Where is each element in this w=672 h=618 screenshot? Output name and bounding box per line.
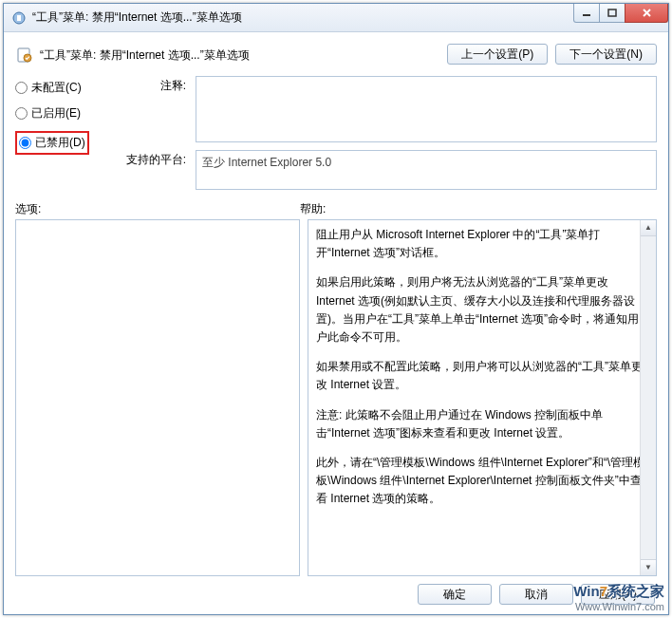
svg-rect-3 — [608, 9, 616, 16]
comment-label: 注释: — [120, 76, 186, 94]
window-title: “工具”菜单: 禁用“Internet 选项...”菜单选项 — [32, 9, 574, 26]
radio-not-configured-input[interactable] — [15, 82, 28, 94]
previous-setting-button[interactable]: 上一个设置(P) — [447, 44, 548, 65]
policy-icon — [15, 46, 34, 65]
dialog-footer: 确定 取消 应用(A) — [15, 576, 657, 607]
apply-button[interactable]: 应用(A) — [581, 584, 655, 605]
scroll-up-icon[interactable]: ▲ — [641, 220, 656, 236]
radio-disabled[interactable]: 已禁用(D) — [19, 135, 85, 151]
comment-textarea[interactable] — [196, 76, 657, 142]
options-panel — [15, 219, 300, 576]
radio-enabled-input[interactable] — [15, 107, 28, 120]
ok-button[interactable]: 确定 — [418, 584, 492, 605]
config-area: 未配置(C) 已启用(E) 已禁用(D) 注释: — [15, 76, 657, 190]
radio-disabled-label: 已禁用(D) — [35, 135, 85, 151]
scroll-down-icon[interactable]: ▼ — [641, 559, 656, 575]
titlebar: “工具”菜单: 禁用“Internet 选项...”菜单选项 — [4, 4, 668, 32]
next-setting-button[interactable]: 下一个设置(N) — [555, 44, 657, 65]
platform-label: 支持的平台: — [120, 150, 186, 168]
dialog-window: “工具”菜单: 禁用“Internet 选项...”菜单选项 — [3, 3, 669, 615]
radio-not-configured[interactable]: 未配置(C) — [15, 80, 110, 96]
svg-rect-1 — [17, 15, 21, 21]
close-button[interactable] — [625, 4, 668, 23]
help-paragraph: 阻止用户从 Microsoft Internet Explorer 中的“工具”… — [316, 226, 648, 262]
nav-buttons: 上一个设置(P) 下一个设置(N) — [447, 44, 657, 65]
radio-not-configured-label: 未配置(C) — [31, 80, 82, 96]
help-paragraph: 如果禁用或不配置此策略，则用户将可以从浏览器的“工具”菜单更改 Internet… — [316, 358, 648, 394]
minimize-button[interactable] — [573, 4, 600, 23]
help-scrollbar[interactable]: ▲ ▼ — [640, 220, 656, 575]
radio-disabled-input[interactable] — [19, 137, 31, 149]
panel-labels: 选项: 帮助: — [15, 201, 657, 217]
radio-enabled[interactable]: 已启用(E) — [15, 105, 110, 122]
dialog-content: “工具”菜单: 禁用“Internet 选项...”菜单选项 上一个设置(P) … — [4, 32, 668, 614]
maximize-button[interactable] — [599, 4, 625, 23]
supported-platforms-box: 至少 Internet Explorer 5.0 — [196, 150, 657, 190]
help-label: 帮助: — [300, 201, 326, 217]
radio-disabled-highlight: 已禁用(D) — [15, 131, 89, 155]
comment-row: 注释: — [120, 76, 657, 142]
options-label: 选项: — [15, 201, 300, 217]
cancel-button[interactable]: 取消 — [499, 584, 573, 605]
help-paragraph: 此外，请在“\管理模板\Windows 组件\Internet Explorer… — [316, 454, 648, 509]
window-controls — [574, 4, 668, 31]
help-panel: 阻止用户从 Microsoft Internet Explorer 中的“工具”… — [308, 219, 657, 576]
panels-row: 阻止用户从 Microsoft Internet Explorer 中的“工具”… — [15, 219, 657, 576]
state-radio-group: 未配置(C) 已启用(E) 已禁用(D) — [15, 76, 110, 190]
radio-enabled-label: 已启用(E) — [31, 105, 81, 122]
platform-row: 支持的平台: 至少 Internet Explorer 5.0 — [120, 150, 657, 190]
supported-platforms-text: 至少 Internet Explorer 5.0 — [202, 156, 331, 169]
help-paragraph: 注意: 此策略不会阻止用户通过在 Windows 控制面板中单击“Interne… — [316, 406, 648, 442]
help-paragraph: 如果启用此策略，则用户将无法从浏览器的“工具”菜单更改 Internet 选项(… — [316, 273, 648, 346]
policy-title: “工具”菜单: 禁用“Internet 选项...”菜单选项 — [40, 47, 250, 64]
fields-column: 注释: 支持的平台: 至少 Internet Explorer 5.0 — [120, 76, 657, 190]
header-left: “工具”菜单: 禁用“Internet 选项...”菜单选项 — [15, 42, 250, 65]
header-row: “工具”菜单: 禁用“Internet 选项...”菜单选项 上一个设置(P) … — [15, 42, 657, 65]
app-icon — [11, 10, 27, 26]
